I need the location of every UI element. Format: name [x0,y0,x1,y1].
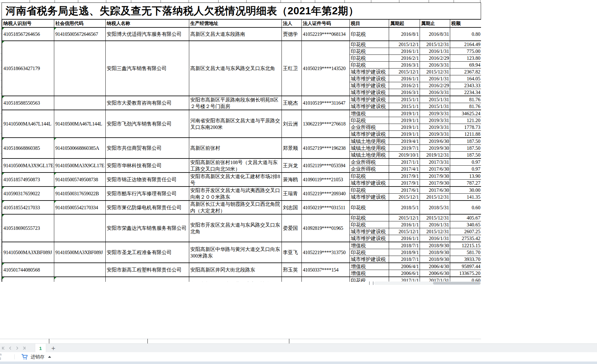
cell-tax-amount[interactable]: 81.76 [450,103,481,110]
cell-tax-item[interactable]: 印花税 [349,62,389,69]
cell-period-start[interactable]: 2019/1/1 [389,117,420,124]
cell-period-end[interactable]: 2016/1/31 [420,235,450,242]
cell-period-end[interactable]: 2016/3/31 [420,89,450,96]
cell-period-end[interactable]: 2019/3/31 [420,110,450,117]
cell-tax-item[interactable]: 印花税 [349,41,389,48]
cell-credit-code[interactable]: 91410500MA3X9GL17E [54,158,105,173]
cell-tax-item[interactable]: 城镇土地使用税 [349,152,389,159]
cell-legal-id[interactable]: 41010519****311647 [301,96,349,110]
cell-period-start[interactable]: 2019/7/1 [389,145,420,152]
cell-period-start[interactable]: 2016/8/1 [389,27,420,41]
cell-period-start[interactable]: 2019/1/1 [389,110,420,117]
column-header-2[interactable]: 纳税人名称 [105,19,189,27]
cell-tax-amount[interactable]: 787.27 [450,180,481,187]
cell-period-end[interactable]: 2015/12/31 [420,69,450,75]
cell-period-start[interactable]: 2016/2/1 [389,55,420,62]
cell-legal-person[interactable]: 邢玉英 [282,263,301,277]
cell-tax-amount[interactable]: 187.50 [450,138,481,145]
cell-credit-code[interactable] [54,41,105,96]
cell-legal-person[interactable]: 王晓杰 [282,96,301,110]
cell-tax-item[interactable]: 城市维护建设税 [349,103,389,110]
cell-legal-person[interactable]: 王红卫 [282,41,301,96]
cell-period-start[interactable]: 2016/3/1 [389,89,420,96]
cell-tax-amount[interactable]: 2343.33 [450,82,481,89]
cell-tax-amount[interactable]: 340.65 [450,221,481,228]
cell-taxpayer-name[interactable]: 安阳市华林科技有限公司 [105,158,189,173]
cell-legal-id[interactable]: 41050219****031511 [301,201,349,214]
cell-tax-item[interactable]: 印花税 [349,48,389,55]
cell-address[interactable]: 高新区文昌大道与东风路交叉口东北角 [189,41,282,96]
cell-tax-item[interactable]: 印花税 [349,277,389,282]
cell-taxpayer-name[interactable]: 安阳市圣龙工程准备有限公司 [105,242,189,263]
cell-credit-code[interactable]: 914105005672646567 [54,27,105,41]
cell-tax-amount[interactable]: 0.60 [450,201,481,214]
cell-tax-amount[interactable]: 2607.25 [450,228,481,235]
cell-tax-amount[interactable]: 69.94 [450,62,481,69]
cell-tax-item[interactable]: 增值税 [349,270,389,277]
cell-address[interactable]: 安阳市开发区文昌大道与武夷西路交叉口向南２００米路东 [189,187,282,201]
cell-tax-item[interactable]: 增值税 [349,110,389,117]
cell-credit-code[interactable]: 91410500317659022B [54,187,105,201]
cell-legal-person[interactable]: 贾德学 [282,27,301,41]
cell-legal-person[interactable]: 裴海鸥 [282,173,301,187]
cell-taxpayer-id[interactable]: 410518554217033 [2,201,54,214]
cell-credit-code[interactable] [54,263,105,277]
cell-period-start[interactable]: 2018/7/1 [389,256,420,263]
cell-taxpayer-name[interactable]: 安阳市大爱教育咨询有限公司 [105,96,189,110]
report-title[interactable]: 河南省税务局走逃、失踪及查无下落纳税人欠税情况明细表（2021年第2期） [2,2,481,19]
cell-period-start[interactable]: 2017/1/1 [389,277,420,282]
cell-legal-id[interactable]: 41052219****099334 [301,277,349,282]
cell-period-end[interactable]: 2015/12/31 [420,194,450,201]
cell-period-end[interactable]: 2019/6/30 [420,138,450,145]
cell-tax-amount[interactable]: 27535.42 [450,235,481,242]
column-header-1[interactable]: 社会信用代码 [54,19,105,27]
scrollbar-split-handle[interactable] [369,281,373,285]
cell-taxpayer-id[interactable]: 410501744080568 [2,263,54,277]
cell-tax-item[interactable]: 印花税 [349,214,389,221]
cell-taxpayer-name[interactable]: 安阳市共信商贸有限公司 [105,138,189,158]
cell-period-start[interactable]: 2006/6/1 [389,270,420,277]
column-header-6[interactable]: 税目 [349,19,389,27]
cell-taxpayer-name[interactable]: 安阳市飞劲汽车销售有限公司 [105,110,189,138]
cell-taxpayer-id[interactable]: 91410500MA467L144L [2,110,54,138]
cell-credit-code[interactable] [54,214,105,242]
cell-tax-item[interactable]: 增值税 [349,242,389,249]
cell-legal-id[interactable]: 41052119****053594 [301,158,349,173]
cell-taxpayer-id[interactable]: 41051857498730X [2,277,54,282]
cell-taxpayer-id[interactable]: 91410500MA3XBF089J [2,242,54,263]
cell-period-end[interactable]: 2019/3/31 [420,117,450,124]
cell-period-end[interactable]: 2006/4/30 [420,263,450,270]
cell-tax-amount[interactable]: 3933.70 [450,256,481,263]
cell-tax-item[interactable]: 印花税 [349,221,389,228]
cell-tax-item[interactable]: 城市维护建设税 [349,89,389,96]
cell-tax-amount[interactable]: 0.97 [450,158,481,166]
cell-period-start[interactable]: 2015/12/1 [389,214,420,221]
cell-period-start[interactable]: 2019/10/1 [389,152,420,159]
cell-taxpayer-name[interactable]: 安阳三鑫汽车销售有限公司 [105,41,189,96]
cell-period-start[interactable]: 2019/4/1 [389,138,420,145]
cell-period-start[interactable]: 2015/1/1 [389,103,420,110]
cell-period-start[interactable]: 2018/7/1 [389,242,420,249]
column-header-4[interactable]: 法人 [282,19,301,27]
column-header-8[interactable]: 属期止 [420,19,450,27]
cell-legal-person[interactable]: 杨海锋 [282,277,301,282]
cell-legal-person[interactable]: 郑景顺 [282,138,301,158]
add-sheet-button[interactable]: ＋ [49,344,57,352]
cell-period-end[interactable]: 2016/1/31 [420,75,450,82]
cell-period-end[interactable]: 2016/2/29 [420,55,450,62]
cell-period-end[interactable]: 2016/8/31 [420,27,450,41]
cell-taxpayer-name[interactable]: 安阳市酷车行汽车修理有限公司 [105,187,189,201]
cell-tax-amount[interactable]: 187.50 [450,152,481,159]
cell-tax-amount[interactable]: 775.00 [450,48,481,55]
cell-taxpayer-id[interactable]: 410518567264656 [2,27,54,41]
cell-tax-amount[interactable]: 95897.44 [450,263,481,270]
cell-tax-amount[interactable]: 0.97 [450,166,481,173]
cell-tax-item[interactable]: 印花税 [349,201,389,214]
cell-tax-item[interactable]: 城市维护建设税 [349,228,389,235]
horizontal-scrollbar-thumb[interactable] [433,282,480,285]
cell-credit-code[interactable]: 914105005542170334 [54,201,105,214]
inventory-app-button[interactable]: 进销存 [19,353,53,361]
cell-period-start[interactable]: 2019/1/1 [389,124,420,131]
cell-tax-amount[interactable]: 1211.88 [450,131,481,138]
cell-tax-amount[interactable]: 123.80 [450,55,481,62]
